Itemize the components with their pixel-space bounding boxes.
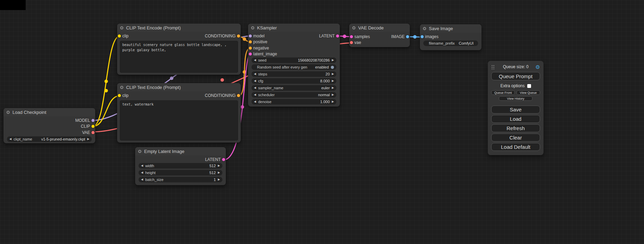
settings-gear-icon[interactable]: ⚙ bbox=[536, 64, 540, 70]
widget-decrement-arrow[interactable]: ◀ bbox=[141, 171, 143, 174]
node-titlebar[interactable]: Load Checkpoint bbox=[3, 108, 95, 116]
slot-label: samples bbox=[354, 34, 370, 39]
collapse-dot-icon[interactable] bbox=[7, 111, 10, 114]
widget-increment-arrow[interactable]: ▶ bbox=[332, 93, 334, 96]
toggle-dot-icon[interactable] bbox=[331, 66, 334, 69]
save-button[interactable]: Save bbox=[491, 106, 540, 114]
input-slot-images[interactable]: images bbox=[420, 34, 482, 40]
widget-decrement-arrow[interactable]: ◀ bbox=[254, 80, 256, 82]
clear-button[interactable]: Clear bbox=[491, 134, 540, 142]
output-slot-model[interactable]: MODEL bbox=[3, 117, 95, 124]
widget-increment-arrow[interactable]: ▶ bbox=[332, 59, 334, 62]
widget-increment-arrow[interactable]: ▶ bbox=[87, 138, 89, 141]
output-dot-latent[interactable] bbox=[222, 158, 225, 161]
view-queue-button[interactable]: View Queue bbox=[517, 90, 540, 95]
input-slot-negative[interactable]: negative bbox=[248, 45, 340, 51]
positive-prompt-textarea[interactable]: beautiful scenery nature glass bottle la… bbox=[120, 41, 238, 73]
ckpt-name-widget[interactable]: ◀ ckpt_name v1-5-pruned-emaonly.ckpt ▶ bbox=[7, 136, 92, 142]
widget-increment-arrow[interactable]: ▶ bbox=[332, 80, 334, 82]
node-ksampler[interactable]: KSampler model LATENT positive negative … bbox=[248, 24, 340, 107]
input-dot-positive[interactable] bbox=[249, 40, 252, 44]
collapse-dot-icon[interactable] bbox=[138, 150, 141, 153]
output-slot-vae[interactable]: VAE bbox=[3, 129, 95, 136]
queue-front-button[interactable]: Queue Front bbox=[491, 90, 515, 95]
node-vae-decode[interactable]: VAE Decode samples IMAGE vae bbox=[349, 24, 410, 47]
height-widget[interactable]: ◀ height 512 ▶ bbox=[139, 170, 222, 175]
widget-decrement-arrow[interactable]: ◀ bbox=[254, 59, 256, 62]
widget-value: v1-5-pruned-emaonly.ckpt bbox=[41, 137, 85, 141]
widget-increment-arrow[interactable]: ▶ bbox=[218, 178, 220, 181]
sampler-name-widget[interactable]: ◀ sampler_name euler ▶ bbox=[252, 85, 336, 91]
widget-label: steps bbox=[258, 72, 323, 76]
link-midpoint-dot bbox=[243, 37, 246, 41]
node-clip-text-encode-negative[interactable]: CLIP Text Encode (Prompt) clip CONDITION… bbox=[117, 83, 241, 143]
node-titlebar[interactable]: KSampler bbox=[248, 24, 340, 32]
widget-decrement-arrow[interactable]: ◀ bbox=[254, 73, 256, 75]
widget-decrement-arrow[interactable]: ◀ bbox=[141, 178, 143, 181]
cfg-widget[interactable]: ◀ cfg 8.000 ▶ bbox=[252, 78, 336, 84]
widget-increment-arrow[interactable]: ▶ bbox=[218, 164, 220, 167]
input-dot-clip[interactable] bbox=[118, 34, 121, 37]
negative-prompt-textarea[interactable]: text, watermark bbox=[120, 100, 238, 141]
widget-decrement-arrow[interactable]: ◀ bbox=[254, 100, 256, 103]
view-history-button[interactable]: View History bbox=[499, 96, 532, 101]
widget-decrement-arrow[interactable]: ◀ bbox=[141, 164, 143, 167]
steps-widget[interactable]: ◀ steps 20 ▶ bbox=[252, 71, 336, 77]
collapse-dot-icon[interactable] bbox=[120, 26, 123, 29]
input-dot-clip[interactable] bbox=[118, 94, 121, 97]
collapse-dot-icon[interactable] bbox=[120, 86, 123, 89]
widget-decrement-arrow[interactable]: ◀ bbox=[254, 87, 256, 89]
input-slot-vae[interactable]: vae bbox=[349, 40, 410, 46]
filename-prefix-widget[interactable]: filename_prefix ComfyUI bbox=[423, 40, 478, 46]
denoise-widget[interactable]: ◀ denoise 1.000 ▶ bbox=[252, 99, 336, 105]
random-seed-toggle-widget[interactable]: Random seed after every gen enabled bbox=[252, 64, 336, 70]
extra-options-checkbox[interactable] bbox=[527, 84, 531, 88]
load-default-button[interactable]: Load Default bbox=[491, 143, 540, 151]
node-titlebar[interactable]: VAE Decode bbox=[349, 24, 410, 32]
widget-decrement-arrow[interactable]: ◀ bbox=[254, 93, 256, 96]
input-dot-model[interactable] bbox=[249, 34, 252, 37]
output-slot-latent[interactable]: LATENT bbox=[135, 156, 226, 163]
input-dot-vae[interactable] bbox=[350, 41, 353, 44]
input-dot-negative[interactable] bbox=[249, 46, 252, 49]
output-dot-model[interactable] bbox=[91, 119, 95, 122]
output-dot-conditioning[interactable] bbox=[237, 34, 240, 37]
node-load-checkpoint[interactable]: Load Checkpoint MODEL CLIP VAE ◀ ckpt_na… bbox=[3, 108, 95, 143]
input-dot-samples[interactable] bbox=[350, 35, 353, 38]
scheduler-widget[interactable]: ◀ scheduler normal ▶ bbox=[252, 92, 336, 98]
collapse-dot-icon[interactable] bbox=[352, 26, 355, 29]
output-dot-clip[interactable] bbox=[91, 125, 95, 128]
drag-handle-icon[interactable] bbox=[491, 64, 495, 69]
collapse-dot-icon[interactable] bbox=[423, 27, 426, 30]
batch-size-widget[interactable]: ◀ batch_size 1 ▶ bbox=[139, 177, 222, 182]
node-titlebar[interactable]: CLIP Text Encode (Prompt) bbox=[117, 83, 241, 91]
node-graph-canvas[interactable]: Load Checkpoint MODEL CLIP VAE ◀ ckpt_na… bbox=[0, 0, 644, 244]
node-titlebar[interactable]: Empty Latent Image bbox=[135, 147, 226, 155]
widget-increment-arrow[interactable]: ▶ bbox=[218, 171, 220, 174]
output-dot-latent[interactable] bbox=[336, 34, 339, 37]
node-empty-latent-image[interactable]: Empty Latent Image LATENT ◀ width 512 ▶ … bbox=[135, 147, 226, 185]
queue-prompt-button[interactable]: Queue Prompt bbox=[491, 72, 540, 80]
node-clip-text-encode-positive[interactable]: CLIP Text Encode (Prompt) clip CONDITION… bbox=[117, 24, 241, 75]
seed-widget[interactable]: ◀ seed 156680208700286 ▶ bbox=[252, 57, 336, 63]
width-widget[interactable]: ◀ width 512 ▶ bbox=[139, 163, 222, 169]
output-dot-vae[interactable] bbox=[91, 131, 95, 134]
collapse-dot-icon[interactable] bbox=[251, 26, 254, 29]
load-button[interactable]: Load bbox=[491, 115, 540, 123]
widget-decrement-arrow[interactable]: ◀ bbox=[9, 138, 11, 141]
output-dot-conditioning[interactable] bbox=[237, 94, 240, 97]
widget-increment-arrow[interactable]: ▶ bbox=[332, 73, 334, 75]
output-slot-clip[interactable]: CLIP bbox=[3, 124, 95, 130]
input-slot-latent-image[interactable]: latent_image bbox=[248, 51, 340, 57]
refresh-button[interactable]: Refresh bbox=[491, 124, 540, 132]
input-dot-images[interactable] bbox=[421, 35, 424, 38]
node-titlebar[interactable]: CLIP Text Encode (Prompt) bbox=[117, 24, 241, 32]
input-slot-positive[interactable]: positive bbox=[248, 39, 340, 45]
widget-increment-arrow[interactable]: ▶ bbox=[332, 87, 334, 89]
widget-increment-arrow[interactable]: ▶ bbox=[332, 100, 334, 103]
output-dot-image[interactable] bbox=[406, 35, 409, 38]
top-left-dark-region bbox=[0, 0, 26, 10]
node-titlebar[interactable]: Save Image bbox=[420, 24, 482, 33]
input-dot-latent-image[interactable] bbox=[249, 53, 252, 56]
node-save-image[interactable]: Save Image images filename_prefix ComfyU… bbox=[420, 24, 482, 50]
